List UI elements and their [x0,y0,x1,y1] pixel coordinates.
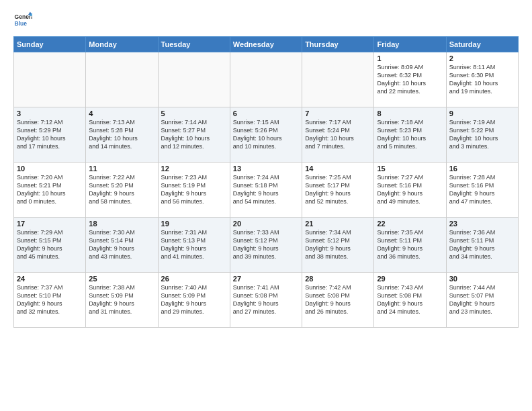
calendar-cell: 21Sunrise: 7:34 AM Sunset: 5:12 PM Dayli… [302,218,374,273]
calendar-cell: 8Sunrise: 7:18 AM Sunset: 5:23 PM Daylig… [374,107,446,163]
day-number: 5 [161,109,227,118]
calendar-table: SundayMondayTuesdayWednesdayThursdayFrid… [13,36,519,328]
day-info: Sunrise: 7:44 AM Sunset: 5:07 PM Dayligh… [449,283,515,316]
day-info: Sunrise: 7:24 AM Sunset: 5:18 PM Dayligh… [233,173,299,206]
day-info: Sunrise: 7:22 AM Sunset: 5:20 PM Dayligh… [89,173,154,206]
calendar-cell [158,52,230,107]
day-number: 10 [17,165,83,173]
week-row-4: 17Sunrise: 7:29 AM Sunset: 5:15 PM Dayli… [14,218,519,273]
day-number: 11 [89,165,154,173]
day-info: Sunrise: 7:12 AM Sunset: 5:29 PM Dayligh… [17,118,83,151]
calendar-cell: 20Sunrise: 7:33 AM Sunset: 5:12 PM Dayli… [230,218,302,273]
weekday-header-thursday: Thursday [302,37,374,52]
day-info: Sunrise: 7:20 AM Sunset: 5:21 PM Dayligh… [17,173,83,206]
day-number: 13 [233,165,299,173]
day-number: 24 [17,275,83,283]
weekday-header-saturday: Saturday [446,37,518,52]
calendar-cell: 14Sunrise: 7:25 AM Sunset: 5:17 PM Dayli… [302,163,374,218]
calendar-cell: 22Sunrise: 7:35 AM Sunset: 5:11 PM Dayli… [374,218,446,273]
day-info: Sunrise: 7:40 AM Sunset: 5:09 PM Dayligh… [161,283,227,316]
day-info: Sunrise: 7:15 AM Sunset: 5:26 PM Dayligh… [233,118,299,151]
day-info: Sunrise: 8:09 AM Sunset: 6:32 PM Dayligh… [377,63,443,96]
day-number: 1 [377,54,443,62]
calendar-cell: 4Sunrise: 7:13 AM Sunset: 5:28 PM Daylig… [86,107,158,163]
calendar-cell [230,52,302,107]
weekday-header-monday: Monday [86,37,158,52]
day-info: Sunrise: 7:43 AM Sunset: 5:08 PM Dayligh… [377,283,443,316]
day-number: 3 [17,109,83,118]
day-info: Sunrise: 7:42 AM Sunset: 5:08 PM Dayligh… [305,283,371,316]
day-number: 12 [161,165,227,173]
day-info: Sunrise: 7:14 AM Sunset: 5:27 PM Dayligh… [161,118,227,151]
calendar-cell: 15Sunrise: 7:27 AM Sunset: 5:16 PM Dayli… [374,163,446,218]
calendar-cell: 16Sunrise: 7:28 AM Sunset: 5:16 PM Dayli… [446,163,518,218]
day-info: Sunrise: 7:23 AM Sunset: 5:19 PM Dayligh… [161,173,227,206]
weekday-header-friday: Friday [374,37,446,52]
calendar-cell: 19Sunrise: 7:31 AM Sunset: 5:13 PM Dayli… [158,218,230,273]
weekday-header-wednesday: Wednesday [230,37,302,52]
calendar-cell: 30Sunrise: 7:44 AM Sunset: 5:07 PM Dayli… [446,273,518,328]
day-info: Sunrise: 7:36 AM Sunset: 5:11 PM Dayligh… [449,228,515,261]
calendar-cell: 18Sunrise: 7:30 AM Sunset: 5:14 PM Dayli… [86,218,158,273]
logo: General Blue [13,11,32,30]
page: General Blue SundayMondayTuesdayWednesda… [0,0,532,334]
day-info: Sunrise: 7:18 AM Sunset: 5:23 PM Dayligh… [377,118,443,151]
day-number: 29 [377,275,443,283]
weekday-header-row: SundayMondayTuesdayWednesdayThursdayFrid… [14,37,519,52]
calendar-cell: 11Sunrise: 7:22 AM Sunset: 5:20 PM Dayli… [86,163,158,218]
week-row-3: 10Sunrise: 7:20 AM Sunset: 5:21 PM Dayli… [14,163,519,218]
day-number: 4 [89,109,154,118]
calendar-cell: 25Sunrise: 7:38 AM Sunset: 5:09 PM Dayli… [86,273,158,328]
day-info: Sunrise: 7:28 AM Sunset: 5:16 PM Dayligh… [449,173,515,206]
day-number: 30 [449,275,515,283]
logo-icon: General Blue [13,11,32,30]
day-number: 28 [305,275,371,283]
week-row-2: 3Sunrise: 7:12 AM Sunset: 5:29 PM Daylig… [14,107,519,163]
calendar-cell [14,52,86,107]
header-area: General Blue [13,11,519,30]
weekday-header-sunday: Sunday [14,37,86,52]
day-number: 23 [449,220,515,228]
day-number: 27 [233,275,299,283]
calendar-cell: 5Sunrise: 7:14 AM Sunset: 5:27 PM Daylig… [158,107,230,163]
day-number: 17 [17,220,83,228]
calendar-cell: 9Sunrise: 7:19 AM Sunset: 5:22 PM Daylig… [446,107,518,163]
day-number: 18 [89,220,154,228]
day-info: Sunrise: 7:37 AM Sunset: 5:10 PM Dayligh… [17,283,83,316]
calendar-cell: 6Sunrise: 7:15 AM Sunset: 5:26 PM Daylig… [230,107,302,163]
calendar-cell: 1Sunrise: 8:09 AM Sunset: 6:32 PM Daylig… [374,52,446,107]
day-info: Sunrise: 7:13 AM Sunset: 5:28 PM Dayligh… [89,118,154,151]
calendar-cell: 3Sunrise: 7:12 AM Sunset: 5:29 PM Daylig… [14,107,86,163]
day-number: 2 [449,54,515,62]
day-number: 7 [305,109,371,118]
calendar-cell: 7Sunrise: 7:17 AM Sunset: 5:24 PM Daylig… [302,107,374,163]
day-number: 19 [161,220,227,228]
calendar-cell: 27Sunrise: 7:41 AM Sunset: 5:08 PM Dayli… [230,273,302,328]
calendar-cell: 29Sunrise: 7:43 AM Sunset: 5:08 PM Dayli… [374,273,446,328]
day-info: Sunrise: 7:30 AM Sunset: 5:14 PM Dayligh… [89,228,154,261]
day-number: 9 [449,109,515,118]
calendar-cell: 24Sunrise: 7:37 AM Sunset: 5:10 PM Dayli… [14,273,86,328]
calendar-cell [86,52,158,107]
day-number: 21 [305,220,371,228]
calendar-cell: 28Sunrise: 7:42 AM Sunset: 5:08 PM Dayli… [302,273,374,328]
calendar-cell [302,52,374,107]
weekday-header-tuesday: Tuesday [158,37,230,52]
day-info: Sunrise: 8:11 AM Sunset: 6:30 PM Dayligh… [449,63,515,96]
calendar-cell: 12Sunrise: 7:23 AM Sunset: 5:19 PM Dayli… [158,163,230,218]
day-info: Sunrise: 7:38 AM Sunset: 5:09 PM Dayligh… [89,283,154,316]
day-number: 15 [377,165,443,173]
day-number: 26 [161,275,227,283]
week-row-5: 24Sunrise: 7:37 AM Sunset: 5:10 PM Dayli… [14,273,519,328]
day-number: 14 [305,165,371,173]
calendar-cell: 13Sunrise: 7:24 AM Sunset: 5:18 PM Dayli… [230,163,302,218]
day-number: 16 [449,165,515,173]
day-number: 22 [377,220,443,228]
calendar-cell: 23Sunrise: 7:36 AM Sunset: 5:11 PM Dayli… [446,218,518,273]
day-info: Sunrise: 7:25 AM Sunset: 5:17 PM Dayligh… [305,173,371,206]
day-info: Sunrise: 7:33 AM Sunset: 5:12 PM Dayligh… [233,228,299,261]
day-info: Sunrise: 7:29 AM Sunset: 5:15 PM Dayligh… [17,228,83,261]
week-row-1: 1Sunrise: 8:09 AM Sunset: 6:32 PM Daylig… [14,52,519,107]
day-info: Sunrise: 7:35 AM Sunset: 5:11 PM Dayligh… [377,228,443,261]
calendar-cell: 10Sunrise: 7:20 AM Sunset: 5:21 PM Dayli… [14,163,86,218]
